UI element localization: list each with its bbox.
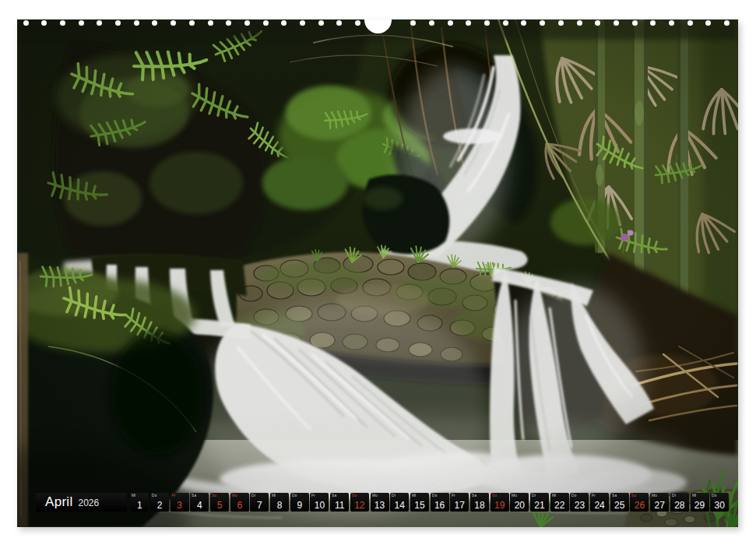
weekday-abbrev: Mo [232, 494, 237, 498]
weekday-abbrev: Mi [552, 494, 557, 498]
punch-hole [540, 20, 545, 26]
day-number: 21 [530, 500, 549, 511]
punch-hole [300, 20, 305, 26]
punch-hole [171, 20, 176, 26]
punch-hole [410, 20, 416, 26]
punch-hole [208, 20, 213, 26]
punch-hole [263, 20, 269, 26]
day-number: 12 [350, 500, 369, 511]
calendar-day: Di7 [250, 493, 269, 512]
calendar-day: Mi1 [130, 493, 149, 512]
punch-hole [97, 20, 102, 26]
punch-hole [281, 20, 287, 26]
punch-hole [595, 20, 600, 26]
weekday-abbrev: Sa [612, 494, 617, 498]
day-number: 1 [130, 500, 149, 511]
weekday-abbrev: So [352, 494, 357, 498]
day-number: 17 [450, 500, 469, 511]
punch-hole [189, 20, 195, 26]
calendar-day: Sa18 [470, 493, 489, 512]
day-number: 18 [470, 500, 489, 511]
calendar-strip: April 2026 Mi1Do2Fr3Sa4So5Mo6Di7Mi8Do9Fr… [36, 493, 729, 512]
punch-hole [318, 20, 324, 26]
punch-hole [23, 20, 29, 26]
punch-hole [226, 20, 231, 26]
calendar-day: Sa11 [330, 493, 349, 512]
weekday-abbrev: So [212, 494, 216, 498]
calendar-day: Mi22 [550, 493, 569, 512]
day-number: 15 [410, 500, 429, 511]
weekday-abbrev: Di [392, 494, 396, 498]
calendar-day: Mo13 [371, 493, 389, 512]
day-number: 4 [190, 500, 209, 511]
weekday-abbrev: Fr [172, 494, 176, 498]
day-number: 9 [290, 500, 309, 511]
weekday-abbrev: So [492, 494, 497, 498]
punch-hole [115, 20, 121, 26]
day-number: 23 [570, 500, 589, 511]
calendar-day: So19 [491, 493, 509, 512]
calendar-day: Do30 [710, 493, 729, 512]
day-number: 25 [610, 500, 629, 511]
calendar-day: Di28 [670, 493, 689, 512]
calendar-day: Do9 [290, 493, 309, 512]
calendar-photo: April 2026 Mi1Do2Fr3Sa4So5Mo6Di7Mi8Do9Fr… [17, 19, 738, 527]
punch-hole [669, 20, 674, 26]
calendar-day: Fr17 [450, 493, 469, 512]
calendar-day: Di14 [390, 493, 409, 512]
day-number: 14 [390, 500, 409, 511]
day-number: 19 [491, 500, 509, 511]
weekday-abbrev: Fr [311, 494, 315, 498]
day-number: 20 [510, 500, 529, 511]
calendar-day: Sa25 [610, 493, 629, 512]
calendar-day: Fr3 [171, 493, 189, 512]
punch-hole [705, 20, 711, 26]
weekday-abbrev: Mo [512, 494, 517, 498]
weekday-abbrev: Do [712, 494, 717, 498]
day-number: 29 [691, 500, 709, 511]
weekday-abbrev: Do [152, 494, 157, 498]
weekday-abbrev: Fr [592, 494, 596, 498]
year-label: 2026 [79, 498, 100, 508]
calendar-day: Sa4 [190, 493, 209, 512]
punch-hole [134, 20, 139, 26]
punch-hole [336, 20, 342, 26]
calendar-day: Fr10 [310, 493, 329, 512]
calendar-day: So26 [630, 493, 649, 512]
punch-hole [355, 20, 360, 26]
punch-hole [503, 20, 508, 26]
day-number: 6 [230, 500, 249, 511]
day-number: 3 [171, 500, 189, 511]
calendar-day: Di21 [530, 493, 549, 512]
punch-hole [687, 20, 693, 26]
punch-hole [60, 20, 65, 26]
weekday-abbrev: Do [292, 494, 297, 498]
weekday-abbrev: Mi [692, 494, 697, 498]
day-number: 2 [150, 500, 169, 511]
punch-hole [521, 20, 526, 26]
month-title: April 2026 [36, 493, 127, 512]
calendar-day: Mi15 [410, 493, 429, 512]
calendar-day: Fr24 [590, 493, 609, 512]
weekday-abbrev: Di [672, 494, 676, 498]
calendar-page: April 2026 Mi1Do2Fr3Sa4So5Mo6Di7Mi8Do9Fr… [0, 0, 756, 545]
calendar-day: Mo27 [650, 493, 669, 512]
calendar-day: Mo6 [230, 493, 249, 512]
day-number: 22 [550, 500, 569, 511]
calendar-day: So12 [350, 493, 369, 512]
weekday-abbrev: Sa [192, 494, 196, 498]
day-number: 30 [710, 500, 729, 511]
day-number: 27 [650, 500, 669, 511]
calendar-day: Mo20 [510, 493, 529, 512]
calendar-day: Mi8 [270, 493, 289, 512]
weekday-abbrev: Mi [132, 494, 136, 498]
punch-hole [577, 20, 582, 26]
punch-hole [724, 20, 730, 26]
punch-hole [484, 20, 490, 26]
weekday-abbrev: Fr [452, 494, 455, 498]
calendar-day-strip: Mi1Do2Fr3Sa4So5Mo6Di7Mi8Do9Fr10Sa11So12M… [130, 493, 729, 512]
weekday-abbrev: Sa [472, 494, 476, 498]
weekday-abbrev: Di [251, 494, 255, 498]
day-number: 11 [330, 500, 349, 511]
weekday-abbrev: Sa [332, 494, 336, 498]
